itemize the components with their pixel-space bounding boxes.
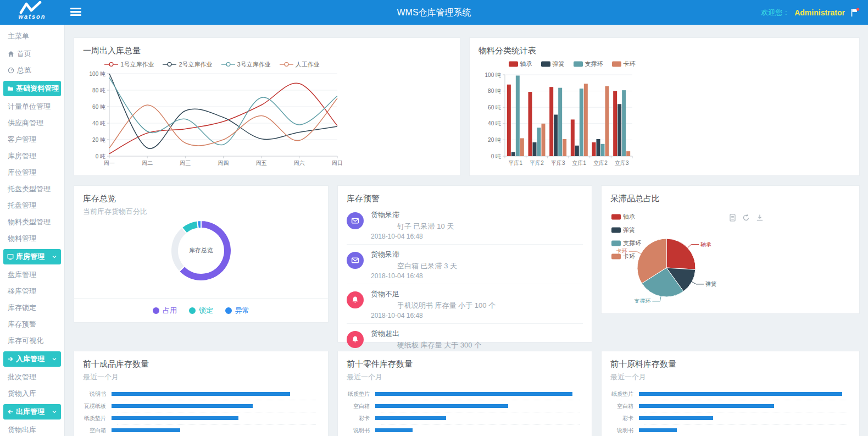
legend-item[interactable]: 锁定 [189,306,213,316]
hbar-label: 纸质垫片 [347,390,375,398]
sidebar-item[interactable]: 库存可视化 [0,333,64,349]
svg-text:20 吨: 20 吨 [488,137,501,143]
legend-item[interactable]: 卡环 [612,60,636,68]
sidebar-item-label: 物料管理 [8,234,36,244]
sidebar-item[interactable]: 库房管理 [0,148,64,164]
sidebar-item[interactable]: 托盘类型管理 [0,181,64,197]
svg-text:周四: 周四 [218,160,229,166]
hbar-value [639,428,677,432]
donut-slice [197,220,201,228]
sidebar-item[interactable]: 批次管理 [0,369,64,385]
legend-item[interactable]: 人工作业 [280,60,320,69]
sidebar-group[interactable]: 入库管理 [3,351,61,367]
sidebar-group[interactable]: 基础资料管理 [3,81,61,96]
sidebar-item[interactable]: 货物出库 [0,422,64,436]
legend-item[interactable]: 2号立库作业 [163,60,212,69]
sidebar-item[interactable]: 库存预警 [0,316,64,333]
sidebar-item[interactable]: 供应商管理 [0,115,64,131]
hbar-track [375,416,583,420]
svg-text:100 吨: 100 吨 [485,72,501,78]
hbar-divider [117,412,316,412]
bell-icon [347,331,364,348]
sidebar-item[interactable]: 计量单位管理 [0,98,64,115]
hbar-row: 空白箱 [83,426,319,434]
sidebar-item[interactable]: 盘库管理 [0,267,64,283]
svg-text:立库2: 立库2 [593,160,608,166]
legend-item[interactable]: 占用 [153,306,177,316]
alert-item[interactable]: 货物呆滞空白箱 已呆滞 3 天2018-10-04 16:48 [347,245,583,284]
sidebar-item[interactable]: 库存锁定 [0,300,64,316]
hbar-track [375,404,583,408]
hbar-track [112,428,319,432]
hbar-track [639,404,850,408]
notification-flag-icon[interactable] [850,8,860,17]
bar [605,86,609,156]
sidebar-item[interactable]: 客户管理 [0,131,64,148]
alert-item[interactable]: 货物不足手机说明书 库存量 小于 100 个2018-10-04 16:48 [347,284,583,324]
chart-legend: 轴承弹簧支撑环卡环 [478,59,665,69]
card-top-finished: 前十成品库存数量 最近一个月 说明书瓦楞纸板纸质垫片空白箱 [74,351,329,436]
sidebar-item-label: 货物入库 [8,389,36,399]
hbar-value [639,404,774,408]
alert-title: 货物呆滞 [371,250,457,260]
watson-logo[interactable]: watson [0,0,64,25]
bar [571,119,575,156]
alert-body: 货物不足手机说明书 库存量 小于 100 个2018-10-04 16:48 [371,289,496,319]
card-subtitle: 最近一个月 [83,372,319,382]
donut-slice [171,228,187,272]
legend-label: 卡环 [624,60,636,68]
sidebar-item[interactable]: 物料类型管理 [0,214,64,230]
monitor-icon [7,253,14,260]
svg-text:弹簧: 弹簧 [705,281,716,287]
legend-item[interactable]: 支撑环 [574,60,603,68]
sidebar-group[interactable]: 库房管理 [3,249,61,264]
legend-item[interactable]: 3号立库作业 [221,60,271,69]
hbar-value [375,392,572,396]
legend-dot [153,307,159,314]
bar [597,139,600,156]
parts-hbar-chart: 纸质垫片空白箱彩卡说明书 [347,390,583,436]
sidebar-group[interactable]: 出库管理 [3,404,61,420]
legend-dot [225,307,232,314]
sidebar-item[interactable]: 物料管理 [0,230,64,247]
hbar-value [639,416,713,420]
legend-item[interactable]: 弹簧 [541,60,565,68]
sidebar-item[interactable]: 库位管理 [0,164,64,181]
sidebar-item[interactable]: 货物入库 [0,385,64,402]
hbar-value [375,416,446,420]
sidebar-item-label: 托盘管理 [8,201,36,211]
hbar-label: 瓦楞纸板 [83,402,112,410]
hbar-row: 彩卡 [610,414,850,422]
legend-label: 占用 [163,306,177,316]
raw-hbar-chart: 纸质垫片空白箱彩卡说明书 [610,390,850,436]
sidebar-item[interactable]: 首页 [0,46,64,62]
card-material-stats: 物料分类统计表 轴承弹簧支撑环卡环 0 吨20 吨40 吨60 吨80 吨100… [469,37,860,176]
svg-text:平库3: 平库3 [551,160,565,166]
hbar-label: 彩卡 [347,415,375,422]
svg-text:库存总览: 库存总览 [189,247,213,253]
sidebar-item[interactable]: 移库管理 [0,283,64,300]
legend-item[interactable]: 1号立库作业 [104,60,154,69]
pie-chart-area: 轴承弹簧支撑环卡环 轴承弹簧支撑环卡环 [610,206,850,303]
hamburger-icon[interactable] [70,8,81,16]
legend-item[interactable]: 异常 [225,306,249,316]
bar [617,104,621,156]
username[interactable]: Administrator [794,8,845,17]
sidebar-item[interactable]: 托盘管理 [0,197,64,214]
hbar-row: 说明书 [83,390,319,398]
sidebar-item-label: 库存可视化 [8,336,43,346]
alert-time: 2018-10-04 16:48 [371,312,496,319]
sidebar-group-label: 基础资料管理 [16,84,59,93]
alert-item[interactable]: 货物呆滞钉子 已呆滞 10 天2018-10-04 16:48 [347,205,583,245]
sidebar-item-label: 计量单位管理 [8,102,51,112]
sidebar-item-label: 移库管理 [8,286,36,296]
hbar-label: 空白箱 [347,402,375,410]
sidebar-item[interactable]: 总览 [0,62,64,79]
legend-item[interactable]: 轴承 [509,60,532,68]
legend-label: 弹簧 [553,60,565,68]
card-weekly-io-total: 一周出入库总量 1号立库作业2号立库作业3号立库作业人工作业 0 吨20 吨40… [74,37,460,176]
alert-desc: 钉子 已呆滞 10 天 [397,222,454,231]
sidebar-group-label: 入库管理 [16,354,49,364]
hbar-divider [644,412,847,412]
bar [601,144,605,156]
